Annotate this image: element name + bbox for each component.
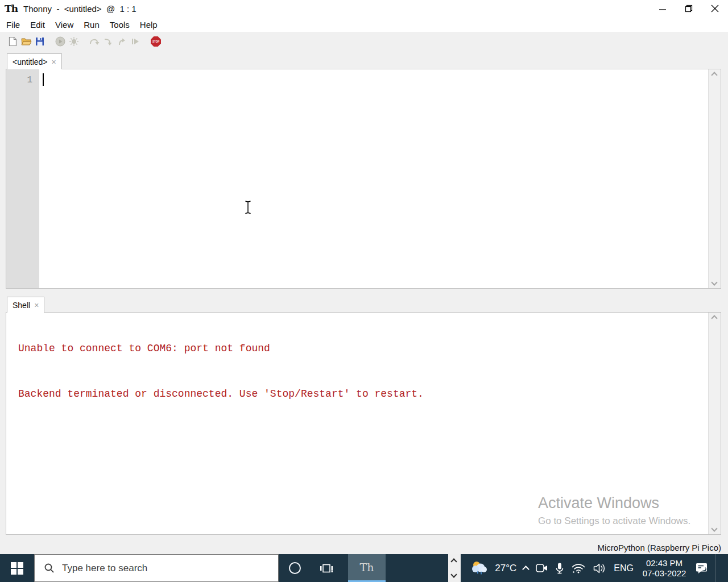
watermark-title: Activate Windows xyxy=(538,494,690,512)
window-title: Thonny - <untitled> @ 1 : 1 xyxy=(23,4,136,14)
scroll-down-icon[interactable] xyxy=(711,525,717,531)
minimize-icon xyxy=(659,5,666,12)
resume-icon-disabled xyxy=(131,37,140,46)
minimize-button[interactable] xyxy=(650,0,676,17)
open-file-button[interactable] xyxy=(19,35,33,48)
shell-tab-close-icon[interactable]: × xyxy=(34,301,39,309)
stop-restart-button[interactable]: STOP xyxy=(149,35,163,48)
step-out-icon-disabled xyxy=(117,37,126,46)
new-file-button[interactable] xyxy=(6,35,19,48)
step-into-button[interactable] xyxy=(101,35,115,48)
line-number-gutter: 1 xyxy=(6,69,39,288)
weather-button[interactable] xyxy=(470,560,488,576)
save-file-button[interactable] xyxy=(33,35,47,48)
wifi-button[interactable] xyxy=(571,563,586,573)
clock-button[interactable]: 02:43 PM 07-03-2022 xyxy=(640,558,688,579)
editor-tab-untitled[interactable]: <untitled> × xyxy=(7,53,62,69)
interpreter-status[interactable]: MicroPython (Raspberry Pi Pico) xyxy=(597,543,721,552)
scroll-down-icon[interactable] xyxy=(450,571,457,577)
scroll-up-icon[interactable] xyxy=(711,72,717,78)
title-bar: Th Thonny - <untitled> @ 1 : 1 xyxy=(0,0,728,17)
thonny-taskbar-icon: Th xyxy=(360,561,374,573)
scroll-down-icon[interactable] xyxy=(711,279,717,285)
cortana-button[interactable] xyxy=(279,554,311,582)
menu-bar: File Edit View Run Tools Help xyxy=(0,17,728,32)
scroll-up-icon[interactable] xyxy=(450,558,457,564)
tray-expand-button[interactable] xyxy=(523,564,528,572)
resume-button[interactable] xyxy=(129,35,142,48)
clock-date: 07-03-2022 xyxy=(640,568,688,579)
microphone-icon xyxy=(555,562,564,575)
code-editor-area[interactable] xyxy=(39,69,708,288)
windows-taskbar: Th 27°C xyxy=(0,554,728,582)
language-indicator[interactable]: ENG xyxy=(614,563,634,573)
shell-error-line: Backend terminated or disconnected. Use … xyxy=(18,388,424,400)
weather-temperature[interactable]: 27°C xyxy=(495,563,516,574)
chevron-up-icon xyxy=(522,566,530,573)
microphone-button[interactable] xyxy=(555,562,564,575)
shell-output: Unable to connect to COM6: port not foun… xyxy=(18,320,424,434)
menu-run[interactable]: Run xyxy=(78,20,105,30)
status-bar: MicroPython (Raspberry Pi Pico) xyxy=(0,535,728,554)
taskbar-search[interactable] xyxy=(34,554,279,582)
shell-pane[interactable]: Unable to connect to COM6: port not foun… xyxy=(6,312,721,535)
show-desktop-divider xyxy=(715,554,715,582)
shell-tab[interactable]: Shell × xyxy=(7,297,44,313)
shell-error-line: Unable to connect to COM6: port not foun… xyxy=(18,343,424,354)
step-over-button[interactable] xyxy=(88,35,101,48)
speaker-icon xyxy=(593,563,607,573)
text-caret xyxy=(43,73,44,86)
thonny-taskbar-button[interactable]: Th xyxy=(348,554,386,582)
system-tray: 27°C xyxy=(470,554,728,582)
run-script-button[interactable] xyxy=(53,35,67,48)
start-button[interactable] xyxy=(0,554,34,582)
restore-button[interactable] xyxy=(676,0,702,17)
window-controls xyxy=(650,0,728,17)
close-icon xyxy=(711,5,719,13)
menu-edit[interactable]: Edit xyxy=(25,20,50,30)
menu-file[interactable]: File xyxy=(1,20,25,30)
search-icon xyxy=(44,563,55,574)
windows-logo-icon xyxy=(11,562,23,575)
meet-now-camera-icon xyxy=(535,563,548,573)
debug-script-button[interactable] xyxy=(67,35,81,48)
menu-view[interactable]: View xyxy=(50,20,78,30)
toolbar: STOP xyxy=(0,32,728,51)
editor-pane: 1 xyxy=(6,69,721,289)
action-center-icon xyxy=(695,562,708,574)
task-view-icon xyxy=(320,563,333,573)
screen: Th Thonny - <untitled> @ 1 : 1 xyxy=(0,0,728,582)
close-button[interactable] xyxy=(702,0,728,17)
shell-tab-label: Shell xyxy=(13,301,30,310)
cortana-icon xyxy=(289,562,301,574)
run-icon-disabled xyxy=(55,36,65,47)
new-file-icon xyxy=(8,36,18,47)
stop-sign-icon: STOP xyxy=(151,36,161,47)
editor-scrollbar[interactable] xyxy=(708,69,721,288)
menu-help[interactable]: Help xyxy=(135,20,163,30)
clock-time: 02:43 PM xyxy=(640,558,688,568)
open-folder-icon xyxy=(21,37,32,46)
shell-scrollbar[interactable] xyxy=(708,313,721,534)
thonny-app-icon: Th xyxy=(5,3,18,14)
step-out-button[interactable] xyxy=(115,35,129,48)
editor-tab-label: <untitled> xyxy=(13,57,48,66)
volume-button[interactable] xyxy=(593,563,607,573)
wifi-icon xyxy=(571,563,586,573)
task-view-button[interactable] xyxy=(311,554,342,582)
restore-icon xyxy=(685,5,693,13)
mouse-ibeam-cursor xyxy=(243,199,253,215)
activate-windows-watermark: Activate Windows Go to Settings to activ… xyxy=(538,494,690,527)
debug-bug-icon-disabled xyxy=(69,36,79,47)
meet-now-button[interactable] xyxy=(535,563,548,573)
watermark-subtitle: Go to Settings to activate Windows. xyxy=(538,516,690,527)
editor-tab-close-icon[interactable]: × xyxy=(52,58,56,66)
action-center-button[interactable] xyxy=(695,562,708,574)
step-over-icon-disabled xyxy=(89,37,100,46)
search-input[interactable] xyxy=(62,563,278,574)
menu-tools[interactable]: Tools xyxy=(105,20,135,30)
taskbar-scroll-strip[interactable] xyxy=(448,554,461,582)
save-floppy-icon xyxy=(35,37,44,46)
line-number: 1 xyxy=(6,74,32,86)
scroll-up-icon[interactable] xyxy=(711,315,717,321)
